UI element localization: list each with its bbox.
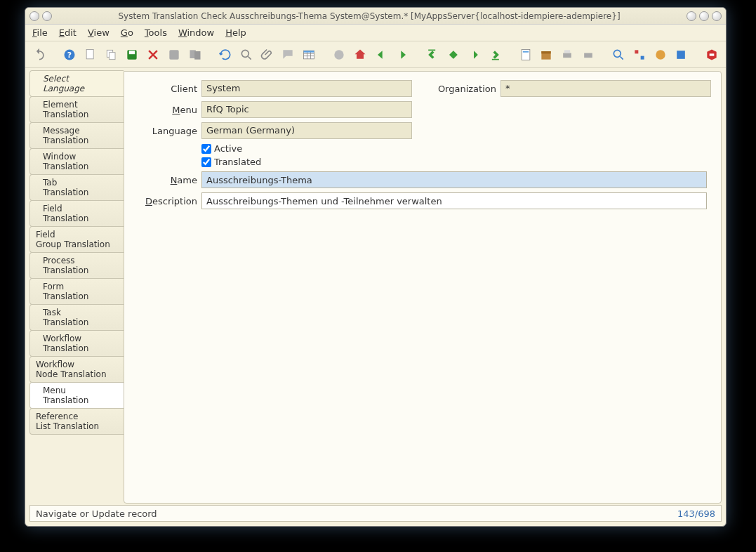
menu-edit[interactable]: Edit [59,27,77,38]
menu-field: RfQ Topic [201,101,412,118]
svg-text:?: ? [67,51,72,60]
menu-help[interactable]: Help [225,27,246,38]
ignore-icon[interactable] [145,46,161,63]
grid-toggle-icon[interactable] [300,46,317,63]
zoom-across-icon[interactable] [611,46,628,63]
svg-rect-21 [522,49,530,60]
menu-tools[interactable]: Tools [145,27,167,38]
svg-rect-30 [635,50,638,53]
titlebar: System Translation Check Ausschreibungs-… [25,8,726,25]
sidebar-item-task-translation[interactable]: TaskTranslation [29,304,124,331]
name-label: Name [134,175,197,185]
active-label: Active [214,143,242,154]
window-sticky-button[interactable] [42,11,52,21]
menu-label: Menu [134,105,197,115]
prev-icon[interactable] [445,46,462,63]
sidebar-item-tab-translation[interactable]: TabTranslation [29,174,124,201]
form-panel: Client System Organization * Menu RfQ To… [124,71,722,504]
last-icon[interactable] [486,46,503,63]
menu-window[interactable]: Window [178,27,214,38]
translated-checkbox[interactable] [201,157,211,167]
sidebar-item-workflow-translation[interactable]: WorkflowTranslation [29,330,124,357]
svg-rect-17 [303,51,314,53]
svg-rect-20 [492,58,499,60]
svg-rect-22 [523,51,529,53]
sidebar-item-window-translation[interactable]: WindowTranslation [29,148,124,175]
new-icon[interactable] [82,46,99,63]
request-icon[interactable] [652,46,669,63]
attach-icon[interactable] [259,46,276,63]
language-label: Language [134,126,197,136]
sidebar-item-element-translation[interactable]: ElementTranslation [29,96,124,123]
sidebar-item-form-translation[interactable]: FormTranslation [29,278,124,305]
client-field: System [201,80,412,97]
undo-icon[interactable] [31,46,48,63]
back-icon[interactable] [373,46,390,63]
window-menu-button[interactable] [29,11,39,21]
translated-checkbox-row: Translated [201,157,711,167]
client-label: Client [134,84,197,94]
close-window-button[interactable] [712,11,722,21]
chat-icon[interactable] [279,46,296,63]
report-icon[interactable] [517,46,534,63]
svg-point-10 [241,50,248,57]
delete-icon[interactable] [166,46,183,63]
first-icon[interactable] [424,46,441,63]
history-icon[interactable] [331,46,348,63]
active-checkbox-row: Active [201,143,711,154]
find-icon[interactable] [238,46,255,63]
save-icon[interactable] [124,46,141,63]
svg-rect-25 [563,53,571,58]
sidebar-item-reference-list-translation[interactable]: ReferenceList Translation [29,408,124,435]
print-preview-icon[interactable] [580,46,597,63]
forward-icon[interactable] [394,46,411,63]
svg-rect-9 [194,51,200,60]
svg-rect-33 [677,51,686,59]
maximize-button[interactable] [699,11,709,21]
svg-rect-27 [584,53,592,58]
window-title: System Translation Check Ausschreibungs-… [52,11,687,21]
copy-icon[interactable] [103,46,120,63]
next-icon[interactable] [466,46,483,63]
sidebar: SelectLanguageElementTranslationMessageT… [29,71,124,504]
description-field[interactable] [201,192,707,209]
record-counter: 143/698 [677,508,715,519]
archive-icon[interactable] [538,46,555,63]
svg-rect-24 [542,51,551,53]
sidebar-item-field-translation[interactable]: FieldTranslation [29,200,124,227]
translated-label: Translated [214,157,261,167]
status-message: Navigate or Update record [36,508,157,519]
sidebar-item-message-translation[interactable]: MessageTranslation [29,122,124,149]
menu-file[interactable]: File [32,27,48,38]
svg-rect-7 [169,50,178,59]
svg-rect-26 [564,50,570,53]
name-field[interactable] [201,171,707,188]
sidebar-item-workflow-node-translation[interactable]: WorkflowNode Translation [29,356,124,383]
svg-rect-6 [129,51,135,54]
workflow-icon[interactable] [631,46,648,63]
organization-label: Organization [433,84,496,94]
sidebar-item-select-language[interactable]: SelectLanguage [29,70,124,97]
delete-sel-icon[interactable] [187,46,204,63]
svg-rect-19 [428,49,435,51]
svg-rect-35 [710,53,715,55]
refresh-icon[interactable] [217,46,234,63]
svg-rect-2 [86,49,93,58]
sidebar-item-process-translation[interactable]: ProcessTranslation [29,252,124,279]
svg-rect-4 [109,52,114,59]
svg-point-32 [656,50,665,59]
help-icon[interactable]: ? [62,46,79,63]
menubar: File Edit View Go Tools Window Help [25,25,726,41]
svg-rect-31 [641,55,644,59]
sidebar-item-menu-translation[interactable]: MenuTranslation [29,382,124,409]
menu-go[interactable]: Go [121,27,133,38]
menu-view[interactable]: View [88,27,110,38]
minimize-button[interactable] [687,11,696,21]
home-icon[interactable] [352,46,369,63]
product-icon[interactable] [673,46,690,63]
print-icon[interactable] [559,46,576,63]
close-icon[interactable] [703,46,720,63]
statusbar: Navigate or Update record 143/698 [29,505,722,522]
active-checkbox[interactable] [201,144,211,154]
sidebar-item-field-group-translation[interactable]: FieldGroup Translation [29,226,124,253]
